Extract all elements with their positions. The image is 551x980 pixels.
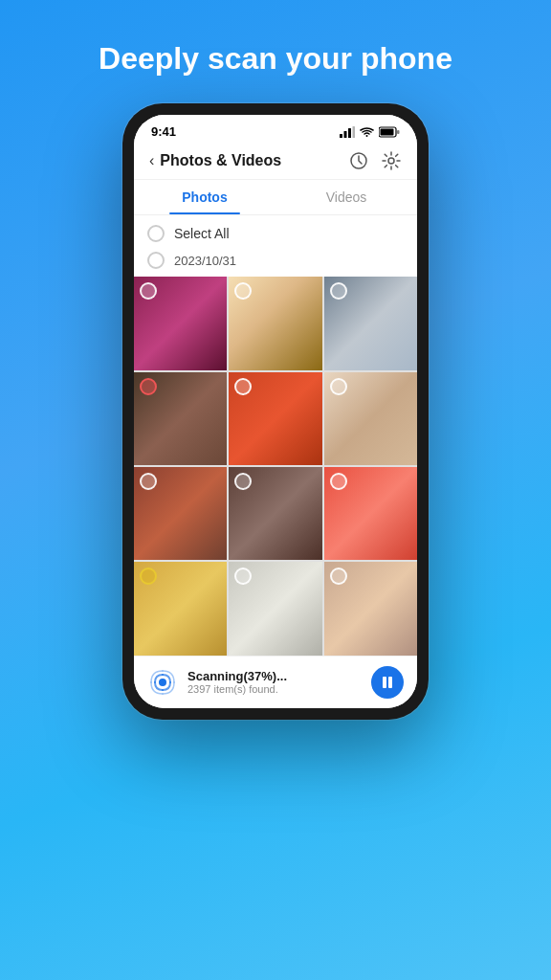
- history-icon[interactable]: [348, 150, 369, 171]
- nav-title: Photos & Videos: [160, 152, 281, 169]
- photo-radio[interactable]: [330, 568, 347, 585]
- svg-rect-10: [383, 677, 386, 688]
- phone-mockup: 9:41: [122, 103, 429, 719]
- date-radio[interactable]: [147, 252, 165, 269]
- svg-rect-2: [348, 128, 351, 138]
- photo-radio[interactable]: [234, 568, 252, 585]
- scan-status: Scanning(37%)...: [187, 669, 287, 683]
- photo-cell[interactable]: [229, 372, 321, 465]
- photo-cell[interactable]: [324, 562, 417, 655]
- photo-grid: [134, 277, 417, 655]
- date-label: 2023/10/31: [174, 254, 236, 268]
- tabs: Photos Videos: [134, 180, 417, 215]
- svg-rect-11: [388, 677, 392, 688]
- svg-rect-5: [381, 128, 394, 135]
- nav-bar: ‹ Photos & Videos: [134, 143, 417, 180]
- photo-radio[interactable]: [234, 378, 252, 395]
- photo-cell[interactable]: [134, 562, 227, 655]
- phone-screen: 9:41: [134, 115, 417, 707]
- photo-radio[interactable]: [330, 473, 347, 490]
- signal-icon: [340, 126, 355, 138]
- photo-cell[interactable]: [229, 467, 321, 560]
- status-bar: 9:41: [134, 115, 417, 143]
- battery-icon: [379, 126, 400, 138]
- photo-radio[interactable]: [140, 282, 157, 300]
- scan-bar: Scanning(37%)... 2397 item(s) found.: [134, 656, 417, 708]
- photo-radio[interactable]: [140, 378, 157, 395]
- photo-cell[interactable]: [324, 372, 417, 465]
- scan-left: Scanning(37%)... 2397 item(s) found.: [147, 667, 287, 698]
- svg-rect-6: [397, 130, 400, 134]
- date-row: 2023/10/31: [134, 248, 417, 277]
- status-icons: [340, 126, 400, 138]
- photo-radio[interactable]: [234, 473, 252, 490]
- photo-cell[interactable]: [134, 467, 227, 560]
- svg-rect-1: [344, 131, 347, 138]
- wifi-icon: [360, 126, 374, 138]
- photo-cell[interactable]: [324, 467, 417, 560]
- photo-radio[interactable]: [140, 473, 157, 490]
- photo-cell[interactable]: [134, 277, 227, 369]
- nav-left: ‹ Photos & Videos: [149, 152, 281, 169]
- select-all-label: Select All: [174, 226, 230, 241]
- scan-info: Scanning(37%)... 2397 item(s) found.: [187, 669, 287, 695]
- photo-cell[interactable]: [324, 277, 417, 369]
- select-all-row[interactable]: Select All: [134, 215, 417, 248]
- photo-radio[interactable]: [140, 568, 157, 585]
- svg-rect-0: [340, 134, 342, 138]
- page-title: Deeply scan your phone: [99, 40, 452, 77]
- nav-right: [348, 150, 402, 171]
- status-time: 9:41: [151, 124, 176, 139]
- scan-wave-icon: [147, 667, 178, 698]
- photo-cell[interactable]: [134, 372, 227, 465]
- photo-cell[interactable]: [229, 277, 321, 369]
- photo-radio[interactable]: [234, 282, 252, 300]
- photo-cell[interactable]: [229, 562, 321, 655]
- settings-icon[interactable]: [381, 150, 402, 171]
- svg-point-8: [388, 158, 394, 164]
- tab-videos[interactable]: Videos: [276, 180, 417, 214]
- photo-radio[interactable]: [330, 282, 347, 300]
- photo-radio[interactable]: [330, 378, 347, 395]
- tab-photos[interactable]: Photos: [134, 180, 276, 214]
- svg-point-9: [159, 679, 166, 686]
- select-all-radio[interactable]: [147, 225, 165, 242]
- pause-button[interactable]: [371, 666, 404, 699]
- scan-count: 2397 item(s) found.: [187, 683, 287, 695]
- svg-rect-3: [353, 126, 356, 138]
- back-button[interactable]: ‹: [149, 152, 154, 169]
